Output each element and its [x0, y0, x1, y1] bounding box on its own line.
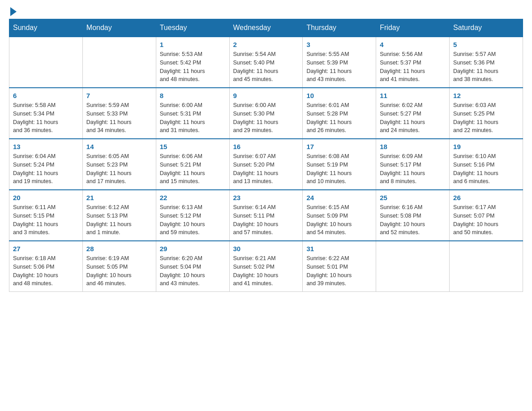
calendar-week-5: 27Sunrise: 6:18 AMSunset: 5:06 PMDayligh… [9, 241, 523, 292]
weekday-header-friday: Friday [376, 19, 450, 37]
calendar-cell: 8Sunrise: 6:00 AMSunset: 5:31 PMDaylight… [156, 88, 229, 139]
day-number: 2 [233, 41, 299, 48]
calendar-cell: 24Sunrise: 6:15 AMSunset: 5:09 PMDayligh… [303, 190, 376, 241]
calendar-week-1: 1Sunrise: 5:53 AMSunset: 5:42 PMDaylight… [9, 37, 523, 88]
logo-arrow-icon [9, 9, 17, 16]
day-number: 9 [233, 92, 299, 99]
day-number: 12 [453, 92, 519, 99]
day-info: Sunrise: 6:16 AMSunset: 5:08 PMDaylight:… [380, 203, 446, 237]
day-info: Sunrise: 6:03 AMSunset: 5:25 PMDaylight:… [453, 101, 519, 135]
day-number: 13 [13, 143, 79, 150]
calendar-cell: 19Sunrise: 6:10 AMSunset: 5:16 PMDayligh… [450, 139, 523, 190]
calendar-cell: 3Sunrise: 5:55 AMSunset: 5:39 PMDaylight… [303, 37, 376, 88]
day-info: Sunrise: 6:15 AMSunset: 5:09 PMDaylight:… [306, 203, 372, 237]
day-number: 19 [453, 143, 519, 150]
day-number: 21 [86, 194, 152, 201]
day-info: Sunrise: 6:13 AMSunset: 5:12 PMDaylight:… [160, 203, 226, 237]
calendar-cell: 6Sunrise: 5:58 AMSunset: 5:34 PMDaylight… [9, 88, 83, 139]
day-info: Sunrise: 5:58 AMSunset: 5:34 PMDaylight:… [13, 101, 79, 135]
day-info: Sunrise: 6:01 AMSunset: 5:28 PMDaylight:… [306, 101, 372, 135]
calendar-cell: 14Sunrise: 6:05 AMSunset: 5:23 PMDayligh… [82, 139, 156, 190]
day-info: Sunrise: 6:20 AMSunset: 5:04 PMDaylight:… [160, 254, 226, 288]
day-info: Sunrise: 6:04 AMSunset: 5:24 PMDaylight:… [13, 152, 79, 186]
day-number: 6 [13, 92, 79, 99]
calendar-cell: 28Sunrise: 6:19 AMSunset: 5:05 PMDayligh… [82, 241, 156, 292]
weekday-header-saturday: Saturday [450, 19, 523, 37]
day-number: 10 [306, 92, 372, 99]
day-info: Sunrise: 6:00 AMSunset: 5:30 PMDaylight:… [233, 101, 299, 135]
day-info: Sunrise: 5:54 AMSunset: 5:40 PMDaylight:… [233, 50, 299, 84]
day-info: Sunrise: 6:06 AMSunset: 5:21 PMDaylight:… [160, 152, 226, 186]
calendar-cell: 31Sunrise: 6:22 AMSunset: 5:01 PMDayligh… [303, 241, 376, 292]
calendar-cell: 2Sunrise: 5:54 AMSunset: 5:40 PMDaylight… [229, 37, 303, 88]
calendar-cell: 17Sunrise: 6:08 AMSunset: 5:19 PMDayligh… [303, 139, 376, 190]
day-info: Sunrise: 5:56 AMSunset: 5:37 PMDaylight:… [380, 50, 446, 84]
day-number: 28 [86, 245, 152, 253]
day-info: Sunrise: 6:22 AMSunset: 5:01 PMDaylight:… [306, 254, 372, 288]
calendar-cell: 1Sunrise: 5:53 AMSunset: 5:42 PMDaylight… [156, 37, 229, 88]
day-number: 30 [233, 245, 299, 253]
calendar-cell: 7Sunrise: 5:59 AMSunset: 5:33 PMDaylight… [82, 88, 156, 139]
day-number: 15 [160, 143, 226, 150]
day-number: 8 [160, 92, 226, 99]
calendar-cell [82, 37, 156, 88]
day-info: Sunrise: 6:08 AMSunset: 5:19 PMDaylight:… [306, 152, 372, 186]
day-info: Sunrise: 6:12 AMSunset: 5:13 PMDaylight:… [86, 203, 152, 237]
day-number: 11 [380, 92, 446, 99]
day-number: 27 [13, 245, 79, 253]
day-info: Sunrise: 5:59 AMSunset: 5:33 PMDaylight:… [86, 101, 152, 135]
day-number: 16 [233, 143, 299, 150]
day-number: 23 [233, 194, 299, 201]
calendar-cell: 26Sunrise: 6:17 AMSunset: 5:07 PMDayligh… [450, 190, 523, 241]
day-info: Sunrise: 6:14 AMSunset: 5:11 PMDaylight:… [233, 203, 299, 237]
day-number: 31 [306, 245, 372, 253]
weekday-header-thursday: Thursday [303, 19, 376, 37]
calendar-body: 1Sunrise: 5:53 AMSunset: 5:42 PMDaylight… [9, 37, 523, 292]
calendar-cell: 30Sunrise: 6:21 AMSunset: 5:02 PMDayligh… [229, 241, 303, 292]
calendar-cell: 16Sunrise: 6:07 AMSunset: 5:20 PMDayligh… [229, 139, 303, 190]
day-number: 22 [160, 194, 226, 201]
day-info: Sunrise: 6:05 AMSunset: 5:23 PMDaylight:… [86, 152, 152, 186]
logo [9, 9, 17, 14]
day-info: Sunrise: 5:53 AMSunset: 5:42 PMDaylight:… [160, 50, 226, 84]
day-number: 3 [306, 41, 372, 48]
day-info: Sunrise: 6:00 AMSunset: 5:31 PMDaylight:… [160, 101, 226, 135]
calendar-cell: 25Sunrise: 6:16 AMSunset: 5:08 PMDayligh… [376, 190, 450, 241]
calendar-cell: 12Sunrise: 6:03 AMSunset: 5:25 PMDayligh… [450, 88, 523, 139]
day-info: Sunrise: 5:57 AMSunset: 5:36 PMDaylight:… [453, 50, 519, 84]
calendar-cell: 27Sunrise: 6:18 AMSunset: 5:06 PMDayligh… [9, 241, 83, 292]
calendar-cell: 9Sunrise: 6:00 AMSunset: 5:30 PMDaylight… [229, 88, 303, 139]
calendar-cell: 11Sunrise: 6:02 AMSunset: 5:27 PMDayligh… [376, 88, 450, 139]
day-info: Sunrise: 6:19 AMSunset: 5:05 PMDaylight:… [86, 254, 152, 288]
calendar-cell: 22Sunrise: 6:13 AMSunset: 5:12 PMDayligh… [156, 190, 229, 241]
day-number: 24 [306, 194, 372, 201]
weekday-header-tuesday: Tuesday [156, 19, 229, 37]
calendar-cell [9, 37, 83, 88]
weekday-header-monday: Monday [82, 19, 156, 37]
weekday-header-row: SundayMondayTuesdayWednesdayThursdayFrid… [9, 19, 523, 37]
calendar-cell [376, 241, 450, 292]
calendar-week-4: 20Sunrise: 6:11 AMSunset: 5:15 PMDayligh… [9, 190, 523, 241]
day-number: 4 [380, 41, 446, 48]
calendar-cell: 5Sunrise: 5:57 AMSunset: 5:36 PMDaylight… [450, 37, 523, 88]
calendar-week-2: 6Sunrise: 5:58 AMSunset: 5:34 PMDaylight… [9, 88, 523, 139]
calendar-cell: 4Sunrise: 5:56 AMSunset: 5:37 PMDaylight… [376, 37, 450, 88]
day-number: 14 [86, 143, 152, 150]
day-number: 18 [380, 143, 446, 150]
page-header [9, 9, 523, 14]
calendar-cell: 15Sunrise: 6:06 AMSunset: 5:21 PMDayligh… [156, 139, 229, 190]
calendar-table: SundayMondayTuesdayWednesdayThursdayFrid… [9, 19, 523, 292]
day-info: Sunrise: 6:17 AMSunset: 5:07 PMDaylight:… [453, 203, 519, 237]
day-number: 7 [86, 92, 152, 99]
day-info: Sunrise: 6:11 AMSunset: 5:15 PMDaylight:… [13, 203, 79, 237]
calendar-week-3: 13Sunrise: 6:04 AMSunset: 5:24 PMDayligh… [9, 139, 523, 190]
calendar-cell: 21Sunrise: 6:12 AMSunset: 5:13 PMDayligh… [82, 190, 156, 241]
calendar-header: SundayMondayTuesdayWednesdayThursdayFrid… [9, 19, 523, 37]
day-info: Sunrise: 6:02 AMSunset: 5:27 PMDaylight:… [380, 101, 446, 135]
day-number: 26 [453, 194, 519, 201]
calendar-cell: 23Sunrise: 6:14 AMSunset: 5:11 PMDayligh… [229, 190, 303, 241]
calendar-cell: 20Sunrise: 6:11 AMSunset: 5:15 PMDayligh… [9, 190, 83, 241]
calendar-cell [450, 241, 523, 292]
day-info: Sunrise: 6:18 AMSunset: 5:06 PMDaylight:… [13, 254, 79, 288]
day-info: Sunrise: 6:10 AMSunset: 5:16 PMDaylight:… [453, 152, 519, 186]
